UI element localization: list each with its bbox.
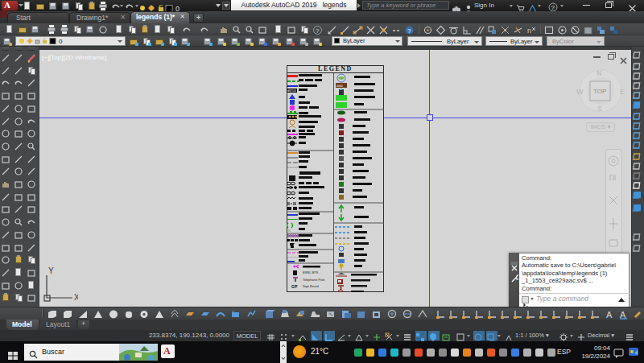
svg-text:?: ? [316,27,320,35]
svg-text:W: W [576,88,584,96]
svg-text:E: E [620,88,625,96]
svg-text:Y: Y [48,266,54,275]
svg-text:ANT101: ANT101 [287,89,296,93]
svg-text:BSNL BTS: BSNL BTS [303,270,319,274]
svg-text:X: X [74,293,78,302]
svg-text:Telephone Pole: Telephone Pole [303,278,325,282]
svg-text:N: N [597,69,602,77]
svg-text:?: ? [551,4,555,11]
svg-text:?: ? [407,27,411,35]
svg-text:0: 0 [59,38,63,45]
svg-text:A: A [620,310,626,320]
svg-text:A: A [606,310,613,320]
svg-text:0000: 0000 [336,85,343,88]
svg-text:TOP: TOP [593,88,606,95]
svg-text:S: S [597,105,602,113]
svg-text:GP: GP [291,284,298,289]
svg-text:Sign Board: Sign Board [303,284,319,288]
svg-text:n: n [527,27,531,35]
svg-text:x: x [288,228,291,233]
